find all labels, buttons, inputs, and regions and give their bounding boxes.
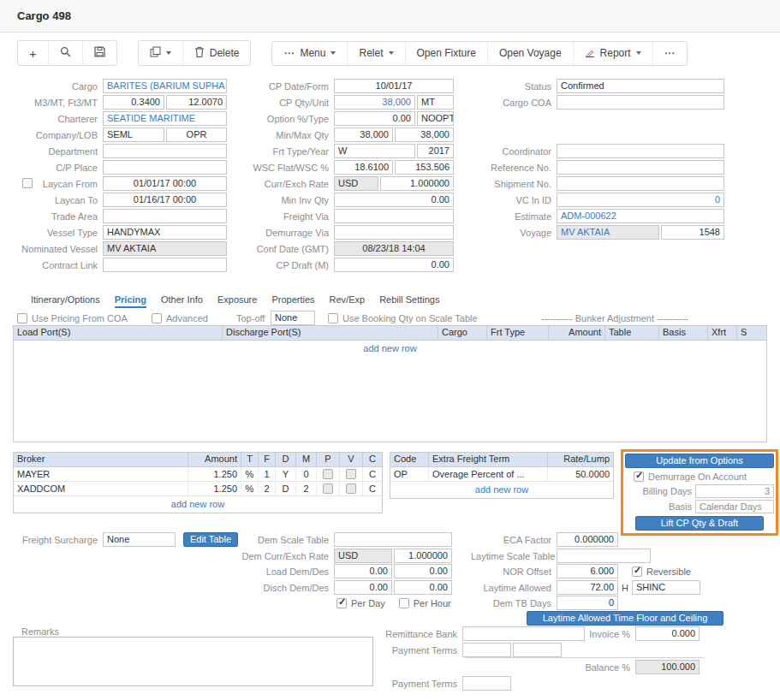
cargo-coa-field[interactable] [557,95,724,110]
field-label: Min Inv Qty [233,195,334,205]
vc-in-id-field[interactable]: 0 [557,193,724,207]
cargo-field[interactable]: BARITES (BARIUM SUPHA [103,79,227,93]
per-day-checkbox[interactable] [336,598,347,608]
laytime-floor-ceiling-button[interactable]: Laytime Allowed Time Floor and Ceiling [527,611,723,626]
charterer-field[interactable]: SEATIDE MARITIME [103,111,227,126]
tab-rebill-settings[interactable]: Rebill Settings [379,294,439,308]
broker-row[interactable]: XADDCOM 1.250 % 2 D 2 C [14,482,382,496]
laytime-terms-select[interactable]: SHINC [632,580,700,595]
frt-type-field[interactable]: W [334,144,415,158]
tab-pricing[interactable]: Pricing [115,294,146,308]
option-pct-field[interactable]: 0.00 [334,111,415,126]
nor-offset-field[interactable]: 6.000 [557,564,618,578]
top-off-select[interactable]: None [271,311,315,325]
dem-exch-rate-field[interactable]: 1.000000 [394,549,452,563]
shipment-no-field[interactable] [557,176,724,191]
search-button[interactable] [49,41,83,65]
dem-tb-days-field[interactable]: 0 [557,596,618,610]
open-voyage-button[interactable]: Open Voyage [488,42,574,65]
lift-cp-qty-draft-button[interactable]: Lift CP Qty & Draft [635,516,764,531]
contract-link-field[interactable] [103,258,227,272]
open-fixture-button[interactable]: Open Fixture [406,42,488,65]
min-qty-field[interactable]: 38,000 [334,128,393,142]
laytime-allowed-row: Laytime Allowed72.00HSHINC [471,580,700,595]
ft3mt-field[interactable]: 12.0070 [166,95,227,110]
estimate-field[interactable]: ADM-000622 [557,209,724,223]
tab-properties[interactable]: Properties [271,294,314,308]
m3mt-field[interactable]: 0.3400 [103,95,164,110]
laycan-from-field[interactable]: 01/01/17 00:00 [103,176,227,191]
load-dem-field[interactable]: 0.00 [334,564,392,578]
menu-button[interactable]: ⋯Menu [272,42,348,65]
tab-other-info[interactable]: Other Info [161,294,203,308]
wsc-pct-field[interactable]: 153.506 [395,160,454,175]
demurrage-via-field[interactable] [334,225,454,240]
vessel-type-field[interactable]: HANDYMAX [103,225,227,240]
status-field[interactable]: Confirmed [557,79,724,93]
freight-via-field[interactable] [334,209,454,223]
advanced-checkbox[interactable] [152,313,162,323]
laycan-to-field[interactable]: 01/16/17 00:00 [103,193,227,207]
exch-rate-field[interactable]: 1.000000 [380,176,454,191]
disch-dem-field[interactable]: 0.00 [334,580,392,595]
cp-draft-field[interactable]: 0.00 [334,258,454,272]
option-type-field[interactable]: NOOPT [417,111,454,126]
update-from-options-button[interactable]: Update from Options [625,454,774,468]
per-hour-checkbox[interactable] [399,598,409,608]
tab-itinerary-options[interactable]: Itinerary/Options [31,294,100,308]
trade-area-field[interactable] [103,209,227,223]
billing-days-field[interactable]: 3 [695,484,774,498]
wsc-flat-field[interactable]: 18.6100 [334,160,393,175]
broker-row[interactable]: MAYER 1.250 % 1 Y 0 C [14,467,382,482]
extra-freight-row[interactable]: OP Overage Percent of ... 50.0000 [390,467,613,482]
tab-exposure[interactable]: Exposure [217,294,257,308]
laytime-scale-table-field[interactable] [557,549,651,563]
payment-terms-2-field[interactable] [462,676,511,691]
company-field[interactable]: SEML [103,128,164,142]
load-des-field[interactable]: 0.00 [394,564,452,578]
laycan-checkbox[interactable] [22,178,33,188]
cp-unit-field[interactable]: MT [417,95,454,110]
cp-qty-field[interactable]: 38,000 [334,95,415,110]
tab-rev-exp[interactable]: Rev/Exp [330,294,366,308]
payment-terms-code-field[interactable] [462,643,511,657]
delete-button[interactable]: Delete [183,41,251,65]
min-inv-field[interactable]: 0.00 [334,193,454,207]
extra-freight-add-new-row-link[interactable]: add new row [475,484,528,495]
use-booking-checkbox[interactable] [328,313,338,323]
voyage-no-field[interactable]: 1548 [661,225,724,240]
invoice-pct-field[interactable]: 0.000 [635,626,700,641]
relet-button[interactable]: Relet [348,42,405,65]
basis-select[interactable]: Calendar Days [695,500,774,513]
max-qty-field[interactable]: 38,000 [395,128,454,142]
disch-des-field[interactable]: 0.00 [394,580,452,595]
cp-date-field[interactable]: 10/01/17 [334,79,454,93]
reversible-checkbox[interactable] [632,567,642,577]
broker-zone: Broker Amount T F D M P V C MAYER 1.250 … [13,452,780,537]
more-button[interactable]: ⋯ [653,42,687,65]
remarks-textarea[interactable] [13,637,373,686]
department-field[interactable] [103,144,227,158]
broker-add-new-row-link[interactable]: add new row [171,499,224,509]
edit-table-button[interactable]: Edit Table [183,532,238,547]
new-button[interactable]: + [18,41,49,65]
freight-surcharge-select[interactable]: None [103,532,176,547]
cp-place-field[interactable] [103,160,227,175]
copy-button[interactable] [139,41,183,65]
remittance-bank-field[interactable] [462,626,585,641]
eca-factor-field[interactable]: 0.000000 [557,532,618,547]
cp-place-row: C/P Place [17,160,227,175]
dem-scale-table-field[interactable] [334,532,452,547]
pricing-add-new-row-link[interactable]: add new row [363,343,416,353]
report-button[interactable]: Report [574,42,653,65]
broker-table-header: Broker Amount T F D M P V C [14,453,382,467]
demurrage-on-account-checkbox[interactable] [634,472,644,482]
reference-no-field[interactable] [557,160,724,175]
lob-field[interactable]: OPR [166,128,227,142]
use-pricing-from-coa-checkbox[interactable] [17,313,27,323]
coordinator-field[interactable] [557,144,724,158]
frt-year-field[interactable]: 2017 [417,144,454,158]
save-button[interactable] [83,41,116,65]
payment-terms-field[interactable] [513,643,562,657]
laytime-allowed-field[interactable]: 72.00 [557,580,618,595]
